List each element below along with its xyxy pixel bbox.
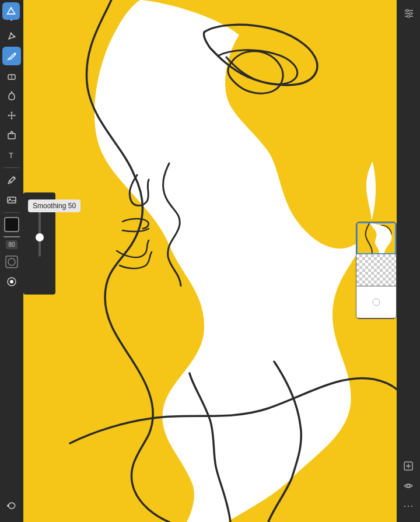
tool-pen[interactable]	[2, 27, 21, 45]
svg-rect-10	[8, 197, 16, 203]
tool-opacity[interactable]	[2, 253, 21, 271]
app-icon[interactable]	[2, 2, 20, 20]
smoothing-label: Smoothing 50	[33, 202, 76, 210]
tool-eraser[interactable]	[2, 66, 21, 85]
tool-circle[interactable]	[2, 272, 21, 291]
svg-point-15	[10, 280, 13, 283]
tool-eyedropper[interactable]	[2, 171, 21, 190]
svg-point-22	[410, 12, 412, 15]
filter-icon	[402, 7, 415, 20]
move-icon	[6, 110, 17, 121]
svg-text:T: T	[9, 151, 13, 160]
ellipsis-icon: ⋯	[403, 499, 414, 512]
layers-panel: ‹	[356, 222, 397, 319]
svg-point-23	[407, 15, 410, 17]
right-toolbar: ⋯	[397, 0, 420, 522]
image-icon	[6, 195, 17, 205]
extra-tool-icon	[6, 500, 17, 511]
text-icon: T	[6, 150, 17, 160]
eye-icon	[403, 481, 414, 491]
svg-point-0	[10, 33, 12, 34]
stroke-preview	[4, 236, 20, 237]
left-toolbar: T 80	[0, 0, 23, 522]
app-logo-icon	[5, 5, 17, 17]
stroke-size-label[interactable]: 80	[6, 240, 17, 249]
layer-3-mini-icon	[370, 296, 382, 308]
svg-point-29	[361, 237, 366, 242]
eyedropper-icon	[6, 175, 17, 185]
tool-image[interactable]	[2, 191, 21, 209]
more-options-button[interactable]: ⋯	[399, 496, 418, 515]
tool-pencil[interactable]	[2, 47, 21, 65]
svg-rect-12	[6, 256, 18, 268]
top-right-settings[interactable]	[400, 5, 418, 22]
svg-rect-7	[8, 134, 15, 139]
pen-icon	[6, 31, 17, 41]
shape-icon	[6, 130, 17, 141]
layer-item-1[interactable]	[356, 222, 396, 254]
eraser-icon	[6, 71, 17, 81]
layer-item-3[interactable]	[356, 286, 396, 318]
tool-text[interactable]: T	[2, 146, 21, 164]
tool-fill[interactable]	[2, 86, 21, 105]
smoothing-tooltip: Smoothing 50	[28, 199, 80, 212]
svg-point-21	[406, 9, 408, 12]
svg-point-27	[407, 485, 410, 488]
pencil-icon	[6, 51, 17, 61]
svg-point-13	[8, 258, 15, 265]
toolbar-separator-2	[4, 212, 20, 213]
color-swatch[interactable]	[4, 217, 19, 232]
smoothing-slider-track[interactable]	[38, 210, 41, 257]
svg-point-9	[13, 177, 15, 178]
layer-1-thumbnail	[358, 223, 396, 254]
circle-icon	[6, 276, 17, 287]
tool-extra[interactable]	[2, 496, 21, 515]
visibility-button[interactable]	[399, 477, 418, 495]
svg-point-30	[373, 299, 380, 306]
tool-shape[interactable]	[2, 126, 21, 145]
canvas-area[interactable]	[23, 0, 397, 522]
add-layer-icon	[403, 461, 414, 471]
svg-point-16	[7, 505, 9, 507]
add-layer-button[interactable]	[399, 457, 418, 475]
svg-point-1	[14, 36, 16, 38]
tool-move[interactable]	[2, 106, 21, 125]
layer-item-2[interactable]	[356, 254, 396, 286]
toolbar-separator-1	[4, 167, 20, 168]
opacity-icon	[5, 255, 18, 268]
drawing-canvas	[23, 0, 397, 522]
fill-icon	[6, 90, 17, 101]
